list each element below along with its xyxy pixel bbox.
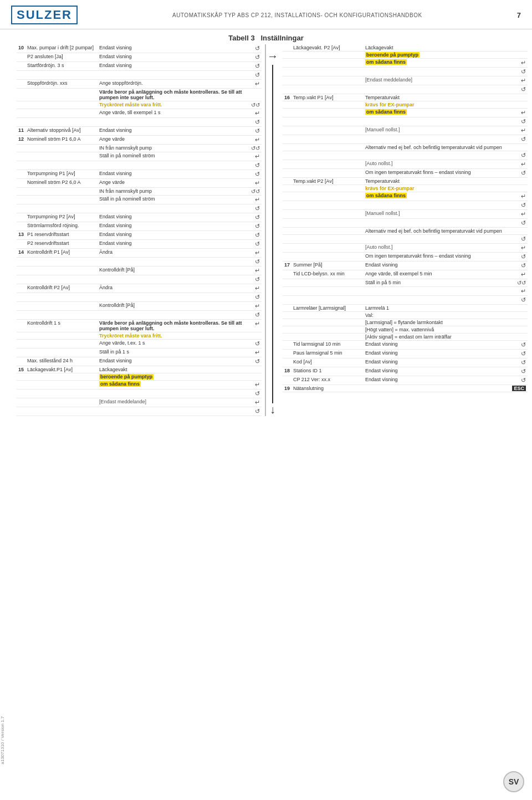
- mid-arrow: → ↓: [266, 44, 279, 416]
- table-row: om sådana finns↵: [17, 381, 262, 389]
- row-label: [25, 152, 98, 161]
- row-number: 18: [283, 367, 291, 376]
- row-desc: IN från namnskylt pump: [98, 145, 245, 152]
- row-number: [283, 296, 291, 305]
- row-number: [283, 178, 291, 185]
- row-label: [291, 76, 364, 85]
- row-number: [17, 89, 25, 101]
- row-label: [291, 296, 364, 305]
- row-icon: ↺: [245, 62, 262, 71]
- row-label: [291, 287, 364, 296]
- row-icon: [510, 312, 528, 319]
- row-number: [17, 398, 25, 407]
- row-desc: [364, 151, 510, 160]
- table-row: [Endast meddelande]↵: [17, 398, 262, 407]
- row-label: [25, 389, 98, 398]
- row-number: 10: [17, 44, 25, 53]
- row-desc: Ställ in på nominell ström: [98, 152, 245, 161]
- row-icon: ↺: [510, 117, 528, 126]
- row-desc: [Aktiv signal] = endast om larm inträffa…: [364, 334, 510, 341]
- row-number: [17, 293, 25, 302]
- right-table: Läckagevakt. P2 [Av]Läckagevaktberoende …: [283, 44, 528, 392]
- row-desc: Ställ in på nominell ström: [98, 196, 245, 204]
- row-desc: beroende på pumptyp: [98, 373, 245, 381]
- row-desc: [364, 68, 510, 76]
- row-number: [17, 145, 25, 152]
- table-row: CP 212 Ver: xx.xEndast visning↺: [283, 376, 528, 385]
- row-label: [291, 160, 364, 169]
- row-desc: Temperaturvakt: [364, 178, 510, 185]
- table-row: beroende på pumptyp: [17, 373, 262, 381]
- row-desc: Endast visning: [98, 127, 245, 136]
- table-row: Nominell ström P2 6,0 AAnge värde↵: [17, 179, 262, 188]
- table-row: [Larmsignal] = flytande larmkontakt: [283, 319, 528, 326]
- row-desc: Läckagevakt: [364, 44, 510, 52]
- row-desc: Tryckröret måste vara fritt.: [98, 101, 245, 109]
- row-desc: Endast visning: [98, 213, 245, 222]
- row-icon: ↵: [510, 109, 528, 117]
- row-icon: ↵: [245, 381, 262, 389]
- table-row: ↺: [283, 135, 528, 144]
- row-label: Stations ID 1: [291, 367, 364, 376]
- row-icon: [510, 305, 528, 312]
- row-label: [291, 210, 364, 219]
- row-label: [291, 279, 364, 287]
- table-row: Värde beror på anläggning och måste kont…: [17, 89, 262, 101]
- row-label: [25, 188, 98, 196]
- row-desc: [98, 275, 245, 284]
- row-label: [291, 235, 364, 244]
- table-row: Om ingen temperaturvakt finns – endast v…: [283, 253, 528, 261]
- table-row: ↺: [17, 407, 262, 416]
- table-row: Torrpumpning P2 [Av]Endast visning↺: [17, 213, 262, 222]
- row-number: [17, 118, 25, 127]
- row-label: [25, 258, 98, 266]
- row-label: Nätanslutning: [291, 385, 364, 392]
- row-number: [17, 311, 25, 320]
- row-icon: ↺: [245, 293, 262, 302]
- row-icon: ↺: [510, 350, 528, 358]
- row-label: CP 212 Ver: xx.x: [291, 376, 364, 385]
- table-row: Larmreläer [Larmsignal]Larmrelä 1: [283, 305, 528, 312]
- row-icon: [245, 332, 262, 340]
- table-row: ↺: [17, 204, 262, 213]
- row-icon: ↺: [510, 253, 528, 261]
- row-number: [17, 407, 25, 416]
- row-number: [17, 389, 25, 398]
- table-row: Paus larmsignal 5 minEndast visning↺: [283, 350, 528, 358]
- row-icon: ↵: [245, 398, 262, 407]
- row-number: 16: [283, 94, 291, 101]
- row-number: [283, 319, 291, 326]
- row-desc: [98, 293, 245, 302]
- table-row: 13P1 reservdriftsstartEndast visning↺: [17, 231, 262, 240]
- table-row: ↺: [17, 161, 262, 170]
- row-label: [291, 85, 364, 94]
- row-icon: ↺: [245, 222, 262, 231]
- row-number: [17, 266, 25, 275]
- row-desc: krävs för EX-pumpar: [364, 185, 510, 192]
- table-row: [Manuell nollst.]↵: [283, 210, 528, 219]
- row-number: [283, 270, 291, 279]
- row-desc: om sådana finns: [364, 109, 510, 117]
- row-icon: ↺: [245, 170, 262, 179]
- table-row: ↺: [17, 118, 262, 127]
- row-number: [17, 71, 25, 80]
- row-desc: krävs för EX-pumpar: [364, 101, 510, 109]
- row-label: [25, 340, 98, 348]
- row-number: [283, 334, 291, 341]
- row-number: [283, 253, 291, 261]
- table-row: om sådana finns↵: [283, 59, 528, 68]
- row-number: [17, 284, 25, 293]
- table-row: Temp.vakt P2 [Av]Temperaturvakt: [283, 178, 528, 185]
- row-number: 12: [17, 136, 25, 145]
- row-desc: [Endast meddelande]: [364, 76, 510, 85]
- row-desc: Ändra: [98, 284, 245, 293]
- row-number: [283, 126, 291, 135]
- row-icon: ↵: [245, 266, 262, 275]
- row-desc: [364, 235, 510, 244]
- row-number: [283, 235, 291, 244]
- row-desc: Temperaturvakt: [364, 94, 510, 101]
- row-label: [25, 332, 98, 340]
- row-desc: Om ingen temperaturvakt finns – endast v…: [364, 253, 510, 261]
- row-number: [283, 350, 291, 358]
- row-label: Strömlarmsförd röjning.: [25, 222, 98, 231]
